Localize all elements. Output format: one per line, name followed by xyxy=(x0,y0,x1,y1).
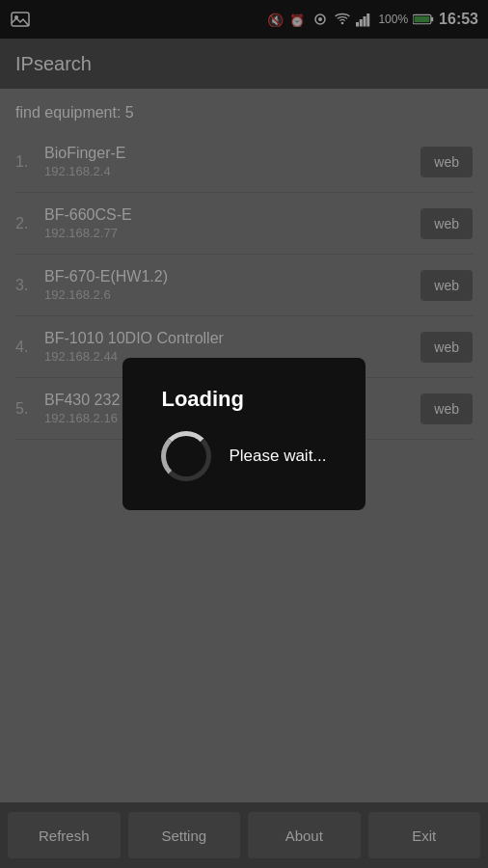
loading-dialog: Loading Please wait... xyxy=(122,358,365,510)
loading-body: Please wait... xyxy=(161,431,326,481)
loading-overlay: Loading Please wait... xyxy=(0,0,488,868)
loading-spinner xyxy=(161,431,211,481)
loading-message: Please wait... xyxy=(229,447,326,466)
loading-title: Loading xyxy=(161,387,244,412)
